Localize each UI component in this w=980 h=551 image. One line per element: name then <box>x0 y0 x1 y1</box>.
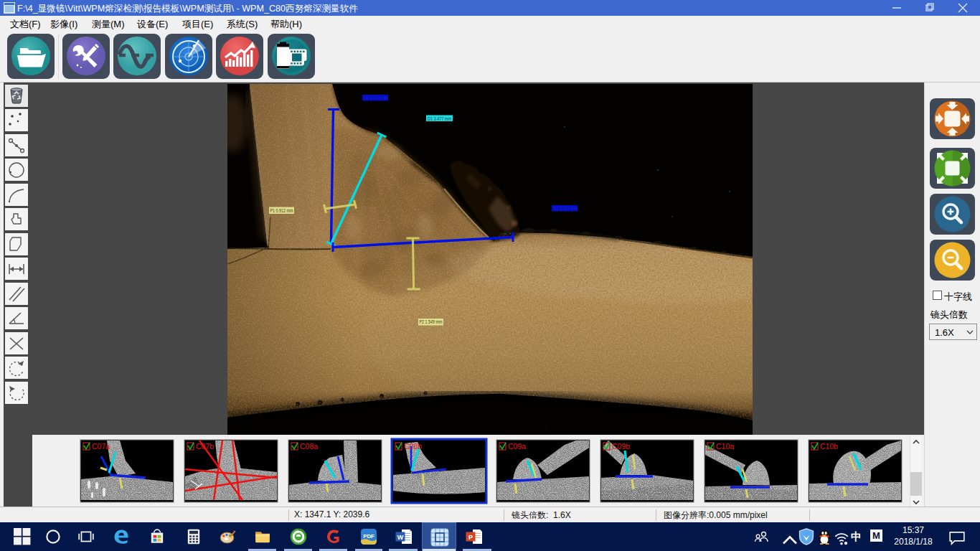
svg-text:C07b: C07b <box>196 442 214 451</box>
svg-text:P: P <box>468 534 473 541</box>
svg-text:C10b: C10b <box>820 442 838 451</box>
svg-text:C10a: C10a <box>716 442 734 451</box>
svg-text:D3 3.204 mm: D3 3.204 mm <box>553 206 577 211</box>
svg-text:D1 3.477 mm: D1 3.477 mm <box>428 116 451 121</box>
svg-text:C07a: C07a <box>92 442 110 451</box>
svg-text:C09b: C09b <box>612 442 630 451</box>
svg-text:C08b: C08b <box>404 442 422 451</box>
svg-text:PDF: PDF <box>363 533 374 540</box>
svg-text:P1 0.912 mm: P1 0.912 mm <box>270 208 293 213</box>
svg-text:C08a: C08a <box>300 442 318 451</box>
svg-text:C09a: C09a <box>508 442 526 451</box>
svg-text:P2 1.549 mm: P2 1.549 mm <box>420 319 443 324</box>
svg-text:D2 3.029 mm: D2 3.029 mm <box>364 95 387 100</box>
svg-text:W: W <box>397 534 404 541</box>
